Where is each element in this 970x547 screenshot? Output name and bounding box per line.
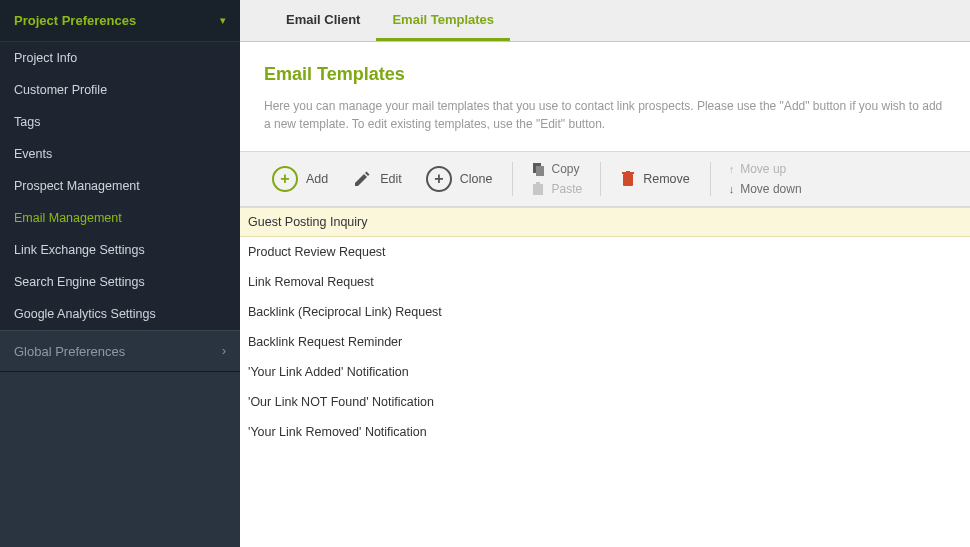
edit-button[interactable]: Edit bbox=[340, 152, 414, 206]
sidebar-fill bbox=[0, 372, 240, 547]
copy-label: Copy bbox=[551, 162, 579, 176]
copy-button[interactable]: Copy bbox=[531, 162, 582, 176]
paste-label: Paste bbox=[551, 182, 582, 196]
template-name: 'Your Link Removed' Notification bbox=[248, 425, 427, 439]
sidebar-item[interactable]: Email Management bbox=[0, 202, 240, 234]
sidebar-item[interactable]: Google Analytics Settings bbox=[0, 298, 240, 330]
template-name: Product Review Request bbox=[248, 245, 386, 259]
sidebar-item-label: Search Engine Settings bbox=[14, 275, 145, 289]
edit-icon bbox=[352, 169, 372, 189]
move-up-label: Move up bbox=[740, 162, 786, 176]
template-name: Guest Posting Inquiry bbox=[248, 215, 368, 229]
sidebar-item[interactable]: Customer Profile bbox=[0, 74, 240, 106]
sidebar-item-label: Tags bbox=[14, 115, 40, 129]
toolbar: + Add Edit + Clone Copy bbox=[240, 151, 970, 207]
sidebar-header-title: Project Preferences bbox=[14, 13, 136, 28]
svg-rect-2 bbox=[533, 184, 543, 195]
chevron-down-icon: ▾ bbox=[220, 14, 226, 27]
page-title: Email Templates bbox=[264, 64, 946, 85]
sidebar-item[interactable]: Search Engine Settings bbox=[0, 266, 240, 298]
tab[interactable]: Email Templates bbox=[376, 0, 510, 41]
clone-icon: + bbox=[426, 166, 452, 192]
paste-button: Paste bbox=[531, 182, 582, 196]
toolbar-divider bbox=[512, 162, 513, 196]
sidebar-item[interactable]: Events bbox=[0, 138, 240, 170]
svg-rect-1 bbox=[536, 166, 544, 176]
template-name: Link Removal Request bbox=[248, 275, 374, 289]
sidebar-header[interactable]: Project Preferences ▾ bbox=[0, 0, 240, 42]
remove-icon bbox=[621, 171, 635, 187]
page-description: Here you can manage your mail templates … bbox=[264, 97, 946, 133]
template-row[interactable]: Backlink (Reciprocal Link) Request bbox=[240, 297, 970, 327]
remove-label: Remove bbox=[643, 172, 690, 186]
svg-rect-4 bbox=[623, 174, 633, 186]
clone-button[interactable]: + Clone bbox=[414, 152, 505, 206]
sidebar-item-label: Prospect Management bbox=[14, 179, 140, 193]
tabs: Email ClientEmail Templates bbox=[240, 0, 970, 42]
template-name: Backlink Request Reminder bbox=[248, 335, 402, 349]
template-row[interactable]: 'Your Link Added' Notification bbox=[240, 357, 970, 387]
add-button[interactable]: + Add bbox=[260, 152, 340, 206]
sidebar-item[interactable]: Link Exchange Settings bbox=[0, 234, 240, 266]
sidebar-item-label: Events bbox=[14, 147, 52, 161]
sidebar-global-preferences[interactable]: Global Preferences › bbox=[0, 330, 240, 372]
move-down-label: Move down bbox=[740, 182, 801, 196]
template-row[interactable]: 'Your Link Removed' Notification bbox=[240, 417, 970, 447]
tab[interactable]: Email Client bbox=[270, 0, 376, 41]
arrow-down-icon: ↓ bbox=[729, 183, 735, 195]
remove-button[interactable]: Remove bbox=[609, 152, 702, 206]
template-name: 'Our Link NOT Found' Notification bbox=[248, 395, 434, 409]
sidebar-item[interactable]: Prospect Management bbox=[0, 170, 240, 202]
clone-label: Clone bbox=[460, 172, 493, 186]
svg-rect-3 bbox=[536, 182, 540, 185]
template-row[interactable]: Link Removal Request bbox=[240, 267, 970, 297]
chevron-right-icon: › bbox=[222, 344, 226, 358]
sidebar: Project Preferences ▾ Project InfoCustom… bbox=[0, 0, 240, 547]
edit-label: Edit bbox=[380, 172, 402, 186]
template-row[interactable]: 'Our Link NOT Found' Notification bbox=[240, 387, 970, 417]
template-row[interactable]: Backlink Request Reminder bbox=[240, 327, 970, 357]
sidebar-item-label: Link Exchange Settings bbox=[14, 243, 145, 257]
sidebar-item-label: Project Info bbox=[14, 51, 77, 65]
sidebar-item[interactable]: Tags bbox=[0, 106, 240, 138]
sidebar-global-label: Global Preferences bbox=[14, 344, 125, 359]
template-row[interactable]: Guest Posting Inquiry bbox=[240, 207, 970, 237]
toolbar-divider bbox=[710, 162, 711, 196]
move-up-button: ↑ Move up bbox=[729, 162, 802, 176]
sidebar-item-label: Customer Profile bbox=[14, 83, 107, 97]
template-row[interactable]: Product Review Request bbox=[240, 237, 970, 267]
move-down-button[interactable]: ↓ Move down bbox=[729, 182, 802, 196]
copy-icon bbox=[531, 162, 545, 176]
tab-label: Email Client bbox=[286, 12, 360, 27]
tab-label: Email Templates bbox=[392, 12, 494, 27]
paste-icon bbox=[531, 182, 545, 196]
add-icon: + bbox=[272, 166, 298, 192]
main: Email ClientEmail Templates Email Templa… bbox=[240, 0, 970, 547]
template-name: 'Your Link Added' Notification bbox=[248, 365, 409, 379]
sidebar-item[interactable]: Project Info bbox=[0, 42, 240, 74]
sidebar-item-label: Email Management bbox=[14, 211, 122, 225]
page-header: Email Templates Here you can manage your… bbox=[240, 42, 970, 151]
template-name: Backlink (Reciprocal Link) Request bbox=[248, 305, 442, 319]
sidebar-item-label: Google Analytics Settings bbox=[14, 307, 156, 321]
add-label: Add bbox=[306, 172, 328, 186]
svg-rect-6 bbox=[626, 171, 630, 173]
template-list: Guest Posting InquiryProduct Review Requ… bbox=[240, 207, 970, 447]
toolbar-divider bbox=[600, 162, 601, 196]
arrow-up-icon: ↑ bbox=[729, 163, 735, 175]
